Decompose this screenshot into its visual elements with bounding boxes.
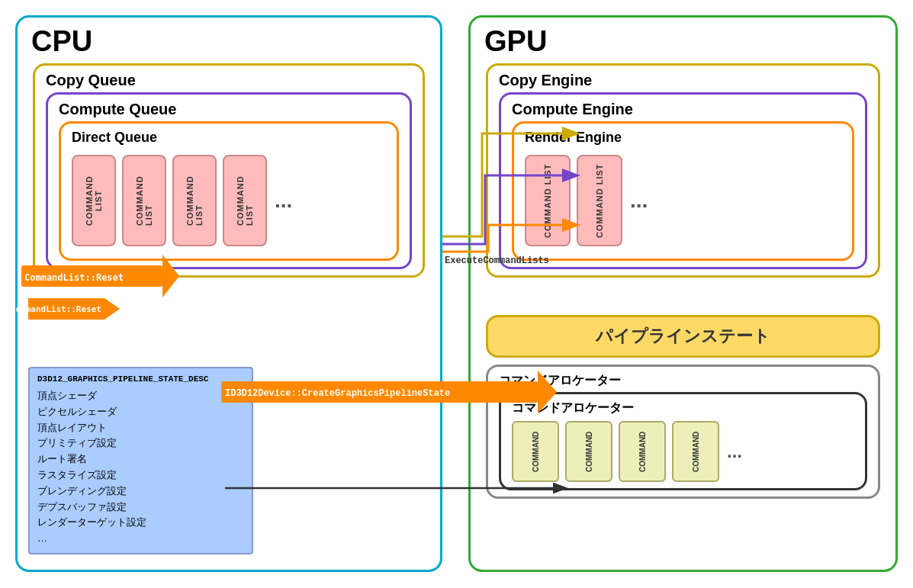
command-item-4: COMMAND — [672, 421, 719, 482]
copy-queue-label: Copy Queue — [46, 72, 412, 89]
desc-title: D3D12_GRAPHICS_PIPELINE_STATE_DESC — [37, 374, 244, 384]
pipeline-state-label: パイプラインステート — [596, 326, 770, 345]
allocator-inner-label: コマンドアロケーター — [512, 400, 854, 416]
cpu-label: CPU — [31, 25, 92, 58]
desc-items: 頂点シェーダ ピクセルシェーダ 頂点レイアウト プリミティブ設定 ルート署名 ラ… — [37, 388, 244, 547]
desc-box: D3D12_GRAPHICS_PIPELINE_STATE_DESC 頂点シェー… — [28, 367, 253, 554]
ellipsis-allocator: ... — [727, 441, 742, 462]
command-list-3: COMMANDLIST — [172, 155, 217, 246]
render-command-list-1: COMMAND LIST — [525, 155, 571, 246]
compute-queue-box: Compute Queue Direct Queue COMMANDLIST C… — [46, 92, 412, 269]
copy-engine-box: Copy Engine Compute Engine Render Engine… — [486, 63, 880, 278]
ellipsis-cpu: ... — [275, 188, 292, 213]
compute-queue-label: Compute Queue — [59, 101, 399, 118]
copy-engine-label: Copy Engine — [499, 72, 867, 89]
allocator-outer-label: コマンドアロケーター — [499, 373, 867, 389]
cpu-box: CPU Copy Queue Compute Queue Direct Queu… — [15, 15, 442, 572]
gpu-label: GPU — [484, 25, 547, 58]
reset-text: CommandList::Reset — [8, 303, 104, 316]
reset-label: CommandList::Reset — [28, 298, 120, 320]
gpu-box: GPU Copy Engine Compute Engine Render En… — [468, 15, 898, 572]
command-item-3: COMMAND — [619, 421, 666, 482]
ellipsis-render: ... — [630, 188, 648, 213]
direct-queue-box: Direct Queue COMMANDLIST COMMANDLIST COM… — [59, 121, 399, 261]
command-item-2: COMMAND — [565, 421, 612, 482]
command-list-4: COMMANDLIST — [223, 155, 267, 246]
command-item-1: COMMAND — [512, 421, 559, 482]
command-list-1: COMMANDLIST — [72, 155, 116, 246]
allocator-outer-box: コマンドアロケーター コマンドアロケーター COMMAND COMMAND CO… — [486, 365, 880, 499]
compute-engine-label: Compute Engine — [512, 101, 854, 118]
command-list-2: COMMANDLIST — [122, 155, 166, 246]
direct-queue-label: Direct Queue — [72, 130, 386, 146]
pipeline-state-box: パイプラインステート — [486, 315, 880, 358]
command-lists-row: COMMANDLIST COMMANDLIST COMMANDLIST COMM… — [72, 152, 386, 252]
render-engine-label: Render Engine — [525, 130, 841, 146]
allocator-inner-box: コマンドアロケーター COMMAND COMMAND COMMAND COMMA… — [499, 392, 867, 490]
render-engine-box: Render Engine COMMAND LIST COMMAND LIST … — [512, 121, 854, 261]
copy-queue-box: Copy Queue Compute Queue Direct Queue CO… — [33, 63, 425, 278]
command-items-row: COMMAND COMMAND COMMAND COMMAND ... — [512, 421, 854, 482]
render-command-lists-row: COMMAND LIST COMMAND LIST ... — [525, 152, 841, 252]
compute-engine-box: Compute Engine Render Engine COMMAND LIS… — [499, 92, 867, 269]
render-command-list-2: COMMAND LIST — [577, 155, 622, 246]
